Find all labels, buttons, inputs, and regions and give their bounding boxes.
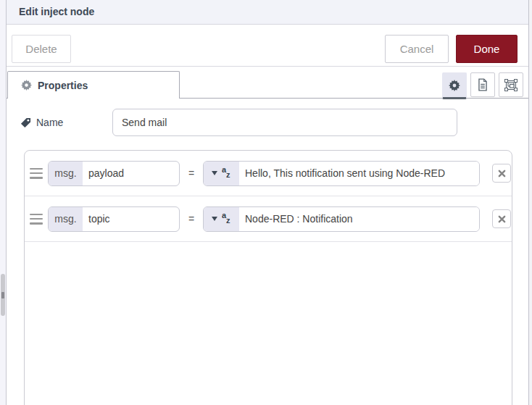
- cancel-button[interactable]: Cancel: [385, 35, 449, 63]
- dialog-title: Edit inject node: [7, 0, 528, 24]
- msg-key-field[interactable]: msg. topic: [48, 206, 180, 232]
- gear-icon: [449, 80, 460, 91]
- remove-row-button[interactable]: [492, 209, 511, 228]
- msg-key-value: topic: [83, 207, 179, 231]
- editor-view-buttons: [442, 72, 523, 99]
- edit-inject-node-dialog: Edit inject node Delete Cancel Done Prop…: [0, 0, 532, 405]
- name-label: Name: [20, 109, 63, 136]
- drag-handle-icon[interactable]: [30, 168, 43, 179]
- dialog-header: Edit inject node: [7, 0, 528, 25]
- type-select-button[interactable]: az: [204, 162, 239, 185]
- typed-input: az: [203, 206, 480, 232]
- dialog-toolbar: Delete Cancel Done: [7, 25, 528, 67]
- name-label-text: Name: [36, 117, 63, 128]
- appearance-view-button[interactable]: [499, 72, 523, 97]
- tag-icon: [20, 117, 31, 128]
- tray-resize-handle[interactable]: [0, 0, 7, 405]
- name-input[interactable]: [112, 109, 457, 136]
- type-select-button[interactable]: az: [204, 207, 239, 231]
- window-right-edge: [528, 0, 532, 405]
- tray-resize-grip-icon[interactable]: [1, 274, 5, 316]
- msg-prefix: msg.: [49, 207, 83, 231]
- group-selection-icon: [504, 79, 518, 91]
- remove-row-button[interactable]: [492, 164, 511, 183]
- drag-handle-icon[interactable]: [30, 214, 43, 225]
- inject-props-list: msg. payload = az: [24, 150, 512, 405]
- string-type-icon: az: [222, 167, 231, 180]
- typed-input: az: [203, 161, 480, 186]
- tab-properties[interactable]: Properties: [7, 71, 180, 99]
- caret-down-icon: [212, 171, 217, 175]
- name-field-row: Name: [7, 109, 528, 136]
- properties-view-button[interactable]: [442, 72, 467, 99]
- msg-key-value: payload: [83, 162, 179, 185]
- close-icon: [498, 170, 506, 178]
- payload-value-input[interactable]: [239, 162, 479, 185]
- gear-icon: [21, 80, 32, 91]
- equals-sign: =: [188, 167, 195, 179]
- equals-sign: =: [188, 213, 195, 225]
- msg-key-field[interactable]: msg. payload: [48, 161, 180, 186]
- document-icon: [477, 78, 489, 91]
- done-button[interactable]: Done: [456, 35, 518, 63]
- tab-bar: Properties: [7, 71, 528, 99]
- topic-value-input[interactable]: [239, 207, 479, 231]
- tab-properties-label: Properties: [38, 80, 88, 91]
- prop-row-topic: msg. topic = az: [25, 196, 512, 242]
- caret-down-icon: [212, 217, 217, 221]
- close-icon: [498, 215, 506, 223]
- prop-row-payload: msg. payload = az: [25, 151, 512, 196]
- msg-prefix: msg.: [49, 162, 83, 185]
- string-type-icon: az: [222, 212, 231, 225]
- description-view-button[interactable]: [470, 72, 495, 97]
- dialog-main: Edit inject node Delete Cancel Done Prop…: [7, 0, 528, 405]
- delete-button[interactable]: Delete: [12, 35, 71, 63]
